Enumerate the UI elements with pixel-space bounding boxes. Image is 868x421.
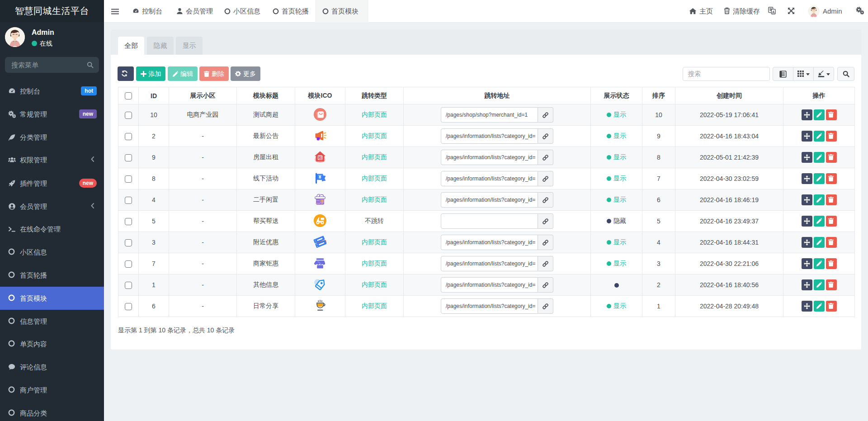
svg-text:租: 租 [318, 155, 323, 160]
svg-text:二手: 二手 [316, 199, 325, 204]
svg-text:¥: ¥ [318, 174, 321, 180]
